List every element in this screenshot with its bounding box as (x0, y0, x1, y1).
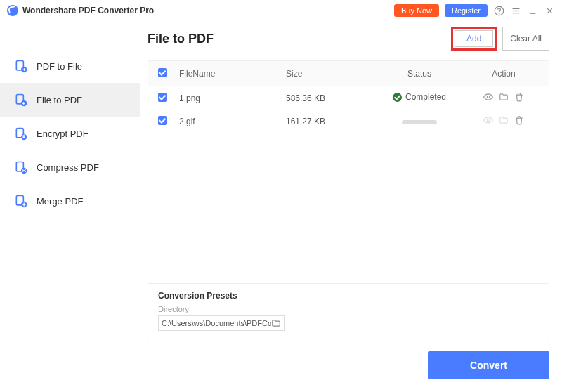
minimize-icon[interactable] (527, 5, 538, 16)
column-action: Action (469, 69, 539, 79)
cell-action (469, 115, 539, 127)
add-button[interactable]: Add (455, 30, 493, 47)
directory-input[interactable] (162, 319, 271, 327)
main: PDF to File File to PDF Encrypt PDF Comp… (0, 21, 562, 392)
open-folder-icon (499, 115, 509, 125)
table-header: FileName Size Status Action (148, 61, 549, 86)
sidebar: PDF to File File to PDF Encrypt PDF Comp… (0, 21, 140, 392)
file-to-pdf-icon (14, 93, 28, 107)
menu-icon[interactable] (510, 5, 521, 16)
sidebar-item-label: Encrypt PDF (37, 129, 89, 139)
cell-filename: 2.gif (179, 117, 286, 126)
sidebar-item-pdf-to-file[interactable]: PDF to File (0, 49, 140, 83)
svg-rect-14 (23, 136, 25, 138)
row-checkbox[interactable] (158, 93, 167, 102)
compress-pdf-icon (14, 160, 28, 174)
register-button[interactable]: Register (445, 4, 488, 17)
pdf-to-file-icon (14, 59, 28, 73)
sidebar-item-label: PDF to File (37, 61, 82, 72)
clear-all-button[interactable]: Clear All (502, 27, 549, 51)
titlebar: Wondershare PDF Converter Pro Buy Now Re… (0, 0, 562, 21)
help-icon[interactable] (493, 5, 504, 16)
cell-size: 161.27 KB (286, 117, 370, 126)
add-button-highlight: Add (451, 27, 497, 51)
svg-point-1 (499, 13, 499, 13)
svg-point-20 (487, 119, 490, 122)
encrypt-pdf-icon (14, 126, 28, 141)
sidebar-item-merge-pdf[interactable]: Merge PDF (0, 184, 140, 218)
status-label: Completed (405, 92, 446, 102)
sidebar-item-label: Merge PDF (37, 196, 83, 207)
header-actions: Add Clear All (451, 27, 549, 51)
column-status: Status (370, 69, 469, 79)
content: File to PDF Add Clear All FileName Size … (140, 21, 562, 392)
sidebar-item-compress-pdf[interactable]: Compress PDF (0, 150, 140, 184)
browse-folder-icon[interactable] (271, 318, 281, 328)
column-size: Size (286, 69, 370, 79)
check-circle-icon (393, 93, 402, 102)
table-row: 1.png 586.36 KB Completed (148, 86, 549, 110)
table-row: 2.gif 161.27 KB (148, 110, 549, 133)
conversion-presets: Conversion Presets Directory (148, 283, 549, 341)
titlebar-left: Wondershare PDF Converter Pro (7, 5, 394, 16)
cell-status: Completed (370, 92, 469, 104)
app-title: Wondershare PDF Converter Pro (22, 6, 154, 15)
merge-pdf-icon (14, 194, 28, 208)
select-all-checkbox[interactable] (158, 68, 167, 77)
directory-input-group (158, 315, 285, 331)
sidebar-item-label: Compress PDF (37, 162, 99, 173)
preview-icon[interactable] (483, 92, 493, 102)
titlebar-right: Buy Now Register (394, 4, 555, 17)
sidebar-item-file-to-pdf[interactable]: File to PDF (0, 83, 140, 117)
status-pending-bar (402, 120, 437, 124)
convert-row: Convert (148, 351, 549, 379)
sidebar-item-label: File to PDF (37, 95, 82, 105)
svg-point-19 (487, 96, 490, 98)
buy-now-button[interactable]: Buy Now (394, 4, 439, 17)
app-logo-icon (7, 5, 18, 16)
close-icon[interactable] (544, 5, 555, 16)
status-completed: Completed (393, 92, 446, 102)
page-title: File to PDF (148, 32, 214, 46)
cell-size: 586.36 KB (286, 93, 370, 103)
file-table: FileName Size Status Action 1.png 586.36… (148, 60, 549, 341)
delete-icon[interactable] (514, 92, 524, 102)
column-checkbox (158, 68, 179, 79)
cell-action (469, 92, 539, 104)
table-spacer (148, 133, 549, 283)
presets-title: Conversion Presets (158, 291, 539, 301)
delete-icon[interactable] (514, 115, 524, 125)
column-filename: FileName (179, 69, 286, 79)
preview-icon (483, 115, 493, 125)
convert-button[interactable]: Convert (428, 351, 549, 379)
content-header: File to PDF Add Clear All (148, 21, 549, 60)
sidebar-item-encrypt-pdf[interactable]: Encrypt PDF (0, 117, 140, 150)
cell-status (370, 117, 469, 126)
directory-label: Directory (158, 305, 539, 313)
cell-filename: 1.png (179, 93, 286, 103)
open-folder-icon[interactable] (499, 92, 509, 102)
row-checkbox[interactable] (158, 116, 167, 125)
